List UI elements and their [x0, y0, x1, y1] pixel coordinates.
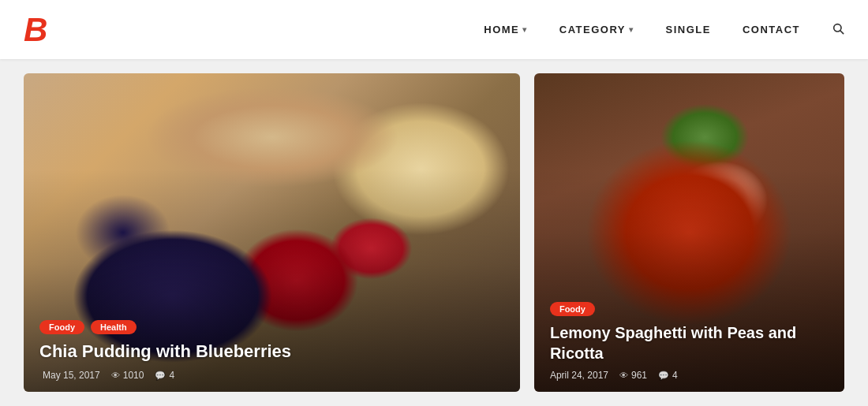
card-comments-1: 💬 4	[155, 370, 174, 381]
site-logo[interactable]: B	[24, 13, 47, 47]
nav-item-single[interactable]: SINGLE	[666, 24, 711, 35]
nav-label-single: SINGLE	[666, 24, 711, 35]
card-date-2: April 24, 2017	[550, 370, 608, 381]
main-nav: HOME ▾ CATEGORY ▾ SINGLE CONTACT	[484, 22, 844, 38]
card-tags: Foody	[550, 302, 829, 316]
card-views-1: 👁 1010	[111, 370, 144, 381]
featured-card-2[interactable]: Foody Lemony Spaghetti with Peas and Ric…	[534, 73, 844, 392]
card-comments-2: 💬 4	[658, 370, 678, 381]
card-title-1: Chia Pudding with Blueberries	[39, 341, 504, 363]
card-meta-1: May 15, 2017 👁 1010 💬 4	[39, 370, 504, 381]
card-date-1: May 15, 2017	[39, 370, 100, 381]
search-button[interactable]	[832, 22, 844, 38]
svg-line-1	[840, 31, 844, 34]
featured-card-1[interactable]: Foody Health Chia Pudding with Blueberri…	[24, 73, 520, 392]
card-views-2: 👁 961	[619, 370, 647, 381]
nav-item-category[interactable]: CATEGORY ▾	[559, 24, 634, 35]
nav-label-contact: CONTACT	[743, 24, 800, 35]
nav-item-contact[interactable]: CONTACT	[743, 24, 800, 35]
tag-foody[interactable]: Foody	[39, 320, 84, 334]
chevron-down-icon: ▾	[629, 25, 634, 34]
card-meta-2: April 24, 2017 👁 961 💬 4	[550, 370, 829, 381]
tag-health[interactable]: Health	[91, 320, 137, 334]
comment-icon: 💬	[658, 371, 669, 381]
header: B HOME ▾ CATEGORY ▾ SINGLE CONTACT	[0, 0, 868, 59]
tag-foody-2[interactable]: Foody	[550, 302, 595, 316]
card-tags: Foody Health	[39, 320, 504, 334]
card-title-2: Lemony Spaghetti with Peas and Ricotta	[550, 322, 829, 363]
chevron-down-icon: ▾	[522, 25, 528, 34]
main-content: Foody Health Chia Pudding with Blueberri…	[0, 59, 868, 406]
card-overlay: Foody Health Chia Pudding with Blueberri…	[24, 307, 520, 392]
eye-icon: 👁	[619, 371, 628, 380]
comment-icon: 💬	[155, 371, 166, 381]
nav-label-home: HOME	[484, 24, 519, 35]
search-icon	[832, 22, 844, 35]
nav-label-category: CATEGORY	[559, 24, 626, 35]
nav-item-home[interactable]: HOME ▾	[484, 24, 528, 35]
card-overlay: Foody Lemony Spaghetti with Peas and Ric…	[534, 289, 844, 392]
eye-icon: 👁	[111, 371, 120, 380]
